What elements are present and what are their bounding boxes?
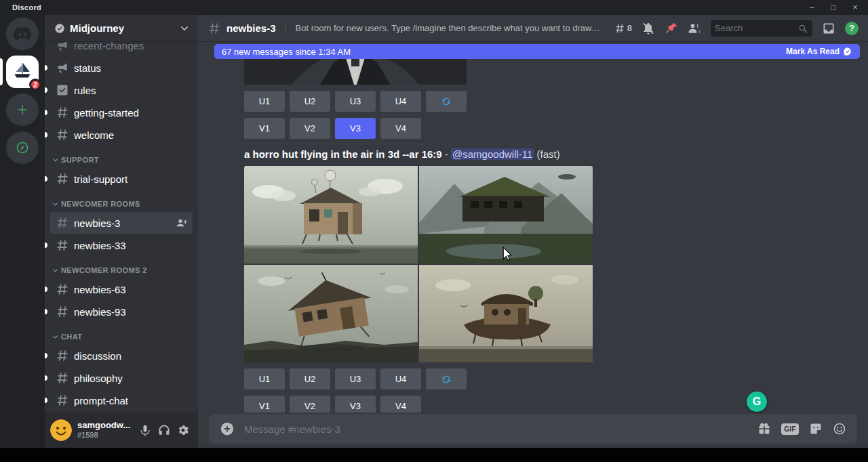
grammarly-badge[interactable]: G	[747, 392, 767, 412]
sidebar-item-getting-started[interactable]: getting-started	[50, 102, 193, 123]
sidebar-item-welcome[interactable]: welcome	[50, 124, 193, 146]
server-rail: 2	[0, 15, 45, 448]
chevron-down-icon	[52, 201, 59, 208]
notifications-muted-icon[interactable]	[642, 22, 655, 35]
help-icon[interactable]: ?	[845, 22, 859, 35]
deafen-headphones-button[interactable]	[155, 421, 174, 440]
variation-v3-button-selected[interactable]: V3	[335, 118, 376, 139]
upscale-u4-button[interactable]: U4	[380, 91, 421, 112]
message-composer: GIF	[198, 413, 868, 448]
upscale-u1-button[interactable]: U1	[244, 369, 285, 390]
thread-count: 8	[627, 23, 632, 33]
megaphone-icon	[56, 61, 69, 75]
refresh-icon	[441, 96, 452, 107]
reroll-button[interactable]	[426, 369, 467, 390]
pinned-messages-icon[interactable]	[665, 22, 678, 35]
variation-v2-button[interactable]: V2	[290, 118, 330, 139]
window-titlebar: Discord – □ ×	[0, 0, 868, 15]
main-panel: newbies-3 Bot room for new users. Type /…	[198, 15, 868, 448]
sidebar-item-recent-changes[interactable]: recent-changes	[50, 42, 193, 56]
variation-v1-button[interactable]: V1	[244, 118, 285, 139]
upscale-u2-button[interactable]: U2	[290, 369, 330, 390]
user-mention[interactable]: @samgoodwill-11	[451, 148, 534, 160]
inbox-icon[interactable]	[822, 22, 835, 35]
discord-home-button[interactable]	[6, 18, 39, 50]
variation-v2-button[interactable]: V2	[290, 396, 330, 413]
user-settings-gear-button[interactable]	[174, 421, 193, 440]
generated-image-variant-4[interactable]	[419, 265, 593, 362]
discord-logo-icon	[13, 26, 32, 41]
category-support[interactable]: SUPPORT	[50, 152, 193, 167]
window-minimize-button[interactable]: –	[806, 0, 818, 15]
message-divider	[212, 144, 859, 144]
upscale-u4-button[interactable]: U4	[380, 369, 421, 390]
sticker-icon[interactable]	[809, 422, 823, 436]
sidebar-item-newbies-93[interactable]: newbies-93	[50, 301, 193, 322]
member-list-icon[interactable]	[688, 22, 701, 35]
sidebar-item-philosophy[interactable]: philosophy	[50, 367, 193, 389]
variation-v1-button[interactable]: V1	[244, 396, 285, 413]
hash-icon	[56, 305, 69, 318]
user-discriminator: #1598	[77, 431, 130, 440]
verified-badge-icon	[54, 23, 65, 34]
generated-image-partial[interactable]	[244, 56, 467, 85]
variation-v3-button[interactable]: V3	[335, 396, 376, 413]
window-maximize-button[interactable]: □	[827, 0, 840, 15]
channel-title: newbies-3	[226, 22, 276, 34]
channel-topic[interactable]: Bot room for new users. Type /imagine th…	[296, 23, 602, 33]
hash-icon	[56, 394, 69, 407]
server-header[interactable]: Midjourney	[45, 15, 198, 42]
variation-v4-button[interactable]: V4	[380, 118, 421, 139]
sidebar-item-trial-support[interactable]: trial-support	[50, 168, 193, 190]
mark-as-read-button[interactable]: Mark As Read	[786, 47, 852, 56]
threads-indicator[interactable]: 8	[614, 23, 632, 34]
message-input[interactable]	[244, 423, 748, 435]
upscale-u3-button[interactable]: U3	[335, 369, 376, 390]
add-server-button[interactable]	[6, 93, 39, 126]
message-input-wrap[interactable]: GIF	[209, 414, 857, 444]
gif-picker-button[interactable]: GIF	[781, 423, 799, 435]
category-newcomer-rooms[interactable]: NEWCOMER ROOMS	[50, 196, 193, 211]
window-close-button[interactable]: ×	[849, 0, 861, 15]
emoji-icon[interactable]	[833, 422, 846, 436]
upscale-u3-button[interactable]: U3	[335, 91, 376, 112]
search-input[interactable]	[715, 23, 795, 33]
window-controls: – □ ×	[806, 0, 861, 15]
upscale-button-row: U1 U2 U3 U4	[244, 91, 859, 112]
attach-file-button[interactable]	[220, 421, 235, 436]
sidebar-item-newbies-3[interactable]: newbies-3	[50, 212, 193, 234]
category-chat[interactable]: CHAT	[50, 329, 193, 344]
bottom-black-bar	[0, 448, 868, 462]
sidebar-item-newbies-63[interactable]: newbies-63	[50, 278, 193, 300]
generated-image-variant-1[interactable]	[244, 166, 418, 264]
sidebar-item-rules[interactable]: rules	[50, 79, 193, 101]
upscale-u2-button[interactable]: U2	[290, 91, 330, 112]
sidebar-item-newbies-33[interactable]: newbies-33	[50, 234, 193, 256]
mute-microphone-button[interactable]	[136, 421, 155, 440]
active-server-pill	[0, 58, 3, 85]
sidebar-item-status[interactable]: status	[50, 57, 193, 79]
bubble-check-icon	[843, 47, 852, 56]
generated-image-variant-2[interactable]	[419, 166, 593, 264]
channel-sidebar: Midjourney recent-changes status	[45, 15, 198, 448]
upscale-u1-button[interactable]: U1	[244, 91, 285, 112]
generated-image-variant-3[interactable]	[244, 265, 418, 362]
sidebar-item-prompt-chat[interactable]: prompt-chat	[50, 390, 193, 411]
hash-icon	[56, 106, 69, 119]
user-meta[interactable]: samgoodw... #1598	[77, 421, 130, 440]
server-icon-midjourney[interactable]: 2	[6, 56, 39, 88]
create-invite-icon[interactable]	[176, 217, 187, 228]
category-newcomer-rooms-2[interactable]: NEWCOMER ROOMS 2	[50, 263, 193, 278]
variation-button-row: V1 V2 V3 V4	[244, 118, 859, 139]
new-messages-bar[interactable]: 67 new messages since 1:34 AM Mark As Re…	[214, 44, 860, 59]
chevron-down-icon	[179, 23, 190, 34]
reroll-button[interactable]	[426, 91, 467, 112]
search-bar[interactable]	[711, 20, 812, 37]
sidebar-item-discussion[interactable]: discussion	[50, 345, 193, 366]
variation-v4-button[interactable]: V4	[380, 396, 421, 413]
avatar[interactable]	[50, 419, 72, 441]
gift-icon[interactable]	[757, 422, 771, 436]
hash-icon	[56, 128, 69, 142]
app-title: Discord	[12, 3, 41, 12]
explore-servers-button[interactable]	[6, 131, 39, 164]
